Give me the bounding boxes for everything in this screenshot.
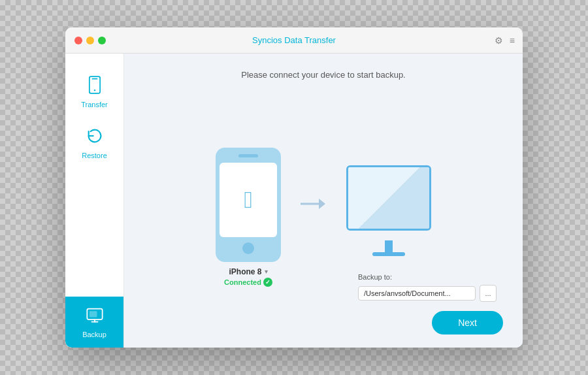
chevron-down-icon: ▾ (265, 268, 268, 275)
phone-home-button (242, 242, 254, 254)
phone-illustration:  (216, 148, 281, 262)
backup-label: Backup to: (358, 273, 497, 281)
backup-browse-button[interactable]: ... (480, 285, 497, 302)
titlebar: Syncios Data Transfer ⚙ ≡ (65, 27, 523, 54)
arrow-right-icon (301, 191, 327, 217)
instruction-text: Please connect your device to start back… (241, 70, 405, 80)
close-button[interactable] (74, 37, 82, 44)
monitor-neck (385, 240, 393, 252)
svg-rect-6 (89, 311, 97, 317)
settings-icon[interactable]: ⚙ (495, 35, 503, 46)
sidebar-backup-label: Backup (82, 331, 106, 338)
restore-icon (86, 127, 104, 149)
phone-screen:  (220, 163, 277, 237)
phone-container:  iPhone 8 ▾ Connected ✓ (216, 148, 281, 287)
backup-path-row: /Users/anvsoft/Document... ... (358, 285, 497, 302)
monitor-screen (348, 167, 429, 229)
next-button[interactable]: Next (432, 311, 503, 334)
status-check-icon: ✓ (263, 278, 272, 287)
phone-speaker (238, 154, 258, 157)
sidebar-item-backup[interactable]: Backup (65, 297, 123, 348)
traffic-lights (65, 37, 106, 44)
next-button-row: Next (432, 311, 503, 334)
content-area: Please connect your device to start back… (124, 54, 523, 348)
minimize-button[interactable] (86, 37, 94, 44)
sidebar: Transfer Restore (65, 54, 124, 348)
monitor-base (372, 252, 405, 256)
phone-status: Connected ✓ (224, 278, 272, 287)
monitor-container (346, 165, 431, 256)
status-text: Connected (224, 278, 261, 286)
window-title: Syncios Data Transfer (252, 35, 336, 45)
backup-icon (86, 306, 104, 328)
sidebar-item-transfer[interactable]: Transfer (65, 67, 123, 118)
backup-section: Backup to: /Users/anvsoft/Document... ..… (358, 273, 497, 302)
menu-icon[interactable]: ≡ (510, 35, 515, 46)
svg-point-2 (93, 90, 95, 91)
main-content: Transfer Restore (65, 54, 523, 348)
maximize-button[interactable] (98, 37, 106, 44)
phone-info: iPhone 8 ▾ Connected ✓ (224, 267, 272, 287)
sidebar-restore-label: Restore (82, 152, 107, 159)
titlebar-icons: ⚙ ≡ (495, 35, 515, 46)
monitor-illustration (346, 165, 431, 231)
apple-logo-icon:  (244, 186, 252, 214)
arrow-container (301, 191, 327, 217)
sidebar-item-restore[interactable]: Restore (65, 118, 123, 169)
phone-name-dropdown[interactable]: iPhone 8 ▾ (229, 267, 267, 276)
app-window: Syncios Data Transfer ⚙ ≡ Transfer (65, 27, 523, 348)
monitor-stand (372, 240, 405, 256)
sidebar-transfer-label: Transfer (81, 101, 108, 108)
backup-path-display: /Users/anvsoft/Document... (358, 286, 476, 301)
phone-name: iPhone 8 (229, 267, 261, 276)
transfer-icon (86, 76, 104, 98)
